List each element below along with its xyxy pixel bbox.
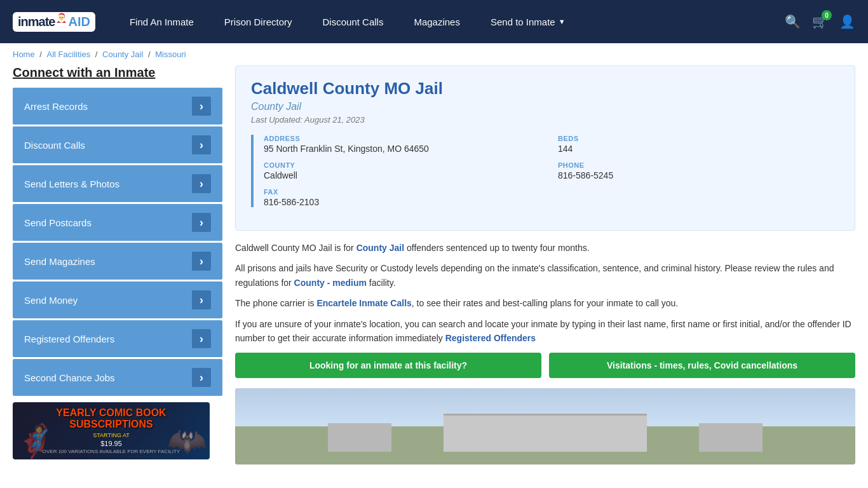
ad-banner-title: YEARLY COMIC BOOKSUBSCRIPTIONS — [43, 407, 180, 430]
cart-badge: 0 — [822, 10, 832, 20]
breadcrumb: Home / All Facilities / County Jail / Mi… — [0, 43, 868, 65]
beds-field: BEDS 144 — [558, 135, 839, 154]
arrow-icon: › — [192, 329, 211, 348]
logo[interactable]: inmate 🎅 AID — [13, 12, 95, 32]
phone-label: PHONE — [558, 161, 839, 169]
county-jail-link[interactable]: County Jail — [356, 243, 404, 253]
nav-magazines[interactable]: Magazines — [398, 0, 475, 43]
logo-aid: AID — [68, 15, 90, 29]
nav-prison-directory[interactable]: Prison Directory — [209, 0, 308, 43]
sidebar: Connect with an Inmate Arrest Records › … — [13, 65, 222, 464]
find-inmate-button[interactable]: Looking for an inmate at this facility? — [235, 353, 541, 378]
ad-banner-sub: STARTING AT — [43, 432, 180, 438]
nav-find-inmate[interactable]: Find An Inmate — [114, 0, 209, 43]
header: inmate 🎅 AID Find An Inmate Prison Direc… — [0, 0, 868, 43]
ad-banner[interactable]: 🦸 YEARLY COMIC BOOKSUBSCRIPTIONS STARTIN… — [13, 402, 210, 459]
sidebar-item-discount-calls[interactable]: Discount Calls › — [13, 126, 222, 163]
sidebar-item-registered-offenders[interactable]: Registered Offenders › — [13, 320, 222, 357]
ad-banner-price: $19.95 — [43, 440, 180, 447]
breadcrumb-sep-1: / — [39, 50, 44, 59]
sidebar-item-send-postcards[interactable]: Send Postcards › — [13, 204, 222, 241]
fax-field: FAX 816-586-2103 — [264, 188, 545, 207]
beds-value: 144 — [558, 144, 839, 154]
arrow-icon: › — [192, 135, 211, 154]
facility-description: Caldwell County MO Jail is for County Ja… — [235, 241, 855, 345]
fax-label: FAX — [264, 188, 545, 196]
address-value: 95 North Franklin St, Kingston, MO 64650 — [264, 144, 545, 154]
main-nav: Find An Inmate Prison Directory Discount… — [114, 0, 785, 43]
logo-santa-hat: 🎅 — [56, 13, 67, 23]
header-icons: 🔍 🛒 0 👤 — [785, 14, 855, 29]
chevron-down-icon: ▼ — [559, 18, 566, 25]
sidebar-menu: Arrest Records › Discount Calls › Send L… — [13, 88, 222, 396]
facility-name: Caldwell County MO Jail — [251, 79, 839, 98]
arrow-icon: › — [192, 174, 211, 193]
beds-label: BEDS — [558, 135, 839, 142]
phone-field: PHONE 816-586-5245 — [558, 161, 839, 180]
sidebar-item-send-letters[interactable]: Send Letters & Photos › — [13, 165, 222, 202]
arrow-icon: › — [192, 97, 211, 116]
nav-discount-calls[interactable]: Discount Calls — [308, 0, 399, 43]
photo-building-main — [444, 414, 647, 452]
county-value: Caldwell — [264, 170, 545, 180]
encartele-link[interactable]: Encartele Inmate Calls — [316, 298, 411, 308]
phone-value: 816-586-5245 — [558, 170, 839, 180]
facility-photo — [235, 388, 855, 464]
sidebar-item-send-money[interactable]: Send Money › — [13, 281, 222, 318]
facility-last-updated: Last Updated: August 21, 2023 — [251, 115, 839, 125]
sidebar-item-arrest-records[interactable]: Arrest Records › — [13, 88, 222, 125]
breadcrumb-home[interactable]: Home — [13, 50, 35, 59]
breadcrumb-sep-2: / — [95, 50, 100, 59]
logo-text: inmate — [18, 15, 55, 29]
desc-paragraph-4: If you are unsure of your inmate's locat… — [235, 317, 855, 346]
address-field: ADDRESS 95 North Franklin St, Kingston, … — [264, 135, 545, 154]
desc-paragraph-2: All prisons and jails have Security or C… — [235, 261, 855, 290]
fax-value: 816-586-2103 — [264, 197, 545, 207]
main-layout: Connect with an Inmate Arrest Records › … — [0, 65, 868, 477]
nav-send-to-inmate[interactable]: Send to Inmate ▼ — [475, 0, 581, 43]
county-label: COUNTY — [264, 161, 545, 169]
search-icon[interactable]: 🔍 — [785, 14, 801, 29]
arrow-icon: › — [192, 290, 211, 309]
action-buttons: Looking for an inmate at this facility? … — [235, 353, 855, 378]
sidebar-item-send-magazines[interactable]: Send Magazines › — [13, 243, 222, 280]
sidebar-item-second-chance-jobs[interactable]: Second Chance Jobs › — [13, 359, 222, 396]
county-field: COUNTY Caldwell — [264, 161, 545, 180]
address-label: ADDRESS — [264, 135, 545, 142]
info-divider: ADDRESS 95 North Franklin St, Kingston, … — [251, 135, 839, 207]
facility-type: County Jail — [251, 101, 839, 112]
arrow-icon: › — [192, 368, 211, 387]
breadcrumb-all-facilities[interactable]: All Facilities — [47, 50, 91, 59]
sidebar-title: Connect with an Inmate — [13, 65, 222, 80]
arrow-icon: › — [192, 252, 211, 271]
ad-banner-content: YEARLY COMIC BOOKSUBSCRIPTIONS STARTING … — [43, 407, 180, 454]
photo-building-left — [328, 423, 391, 452]
content-area: Caldwell County MO Jail County Jail Last… — [235, 65, 855, 464]
county-medium-link[interactable]: County - medium — [294, 278, 367, 288]
arrow-icon: › — [192, 213, 211, 232]
cart-icon[interactable]: 🛒 0 — [812, 14, 828, 29]
info-grid: ADDRESS 95 North Franklin St, Kingston, … — [264, 135, 839, 207]
desc-paragraph-1: Caldwell County MO Jail is for County Ja… — [235, 241, 855, 255]
visitations-button[interactable]: Visitations - times, rules, Covid cancel… — [549, 353, 855, 378]
breadcrumb-county-jail[interactable]: County Jail — [102, 50, 143, 59]
photo-building-right — [699, 423, 763, 452]
ad-banner-more: OVER 100 VARIATIONS AVAILABLE FOR EVERY … — [43, 449, 180, 454]
breadcrumb-sep-3: / — [148, 50, 153, 59]
facility-card: Caldwell County MO Jail County Jail Last… — [235, 65, 855, 231]
desc-paragraph-3: The phone carrier is Encartele Inmate Ca… — [235, 296, 855, 310]
user-icon[interactable]: 👤 — [839, 14, 855, 29]
registered-offenders-link[interactable]: Registered Offenders — [445, 333, 536, 343]
breadcrumb-state[interactable]: Missouri — [155, 50, 186, 59]
